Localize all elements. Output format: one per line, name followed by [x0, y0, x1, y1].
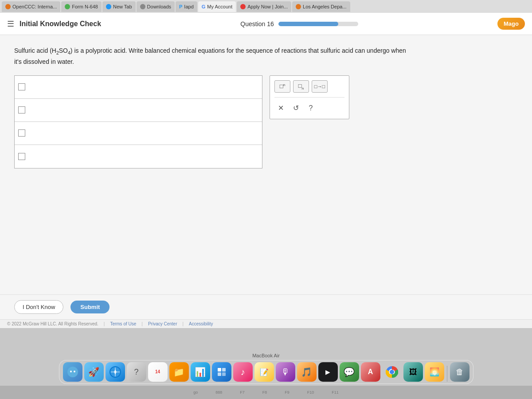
tab-iapd[interactable]: P Iapd: [176, 1, 197, 12]
macbook-label: MacBook Air: [252, 353, 280, 358]
tab-icon-newtab: [106, 4, 111, 9]
formula-text: (H2SO4): [50, 47, 72, 54]
row-input-1[interactable]: [28, 83, 258, 90]
question-text-suffix: is a polyprotic acid. Write balanced che…: [14, 47, 406, 65]
row-input-3[interactable]: [28, 129, 258, 137]
input-rows: [14, 75, 262, 168]
keyboard-row: go 888 F7 F8 F9 F10 F11: [0, 386, 532, 399]
tab-icon-openccc: [5, 4, 11, 9]
undo-btn[interactable]: ↺: [289, 102, 302, 114]
dock-app1[interactable]: 📊: [191, 362, 210, 382]
tab-icon-form: [65, 4, 70, 9]
key-f7: F7: [240, 390, 245, 395]
footer-sep-1: |: [104, 321, 105, 326]
menu-icon[interactable]: ☰: [7, 19, 14, 29]
row-icon-3: [18, 129, 25, 137]
arrow-icon: □→□: [314, 84, 325, 89]
dock-divider: [447, 366, 447, 382]
input-row-1: [15, 76, 262, 99]
key-f10: F10: [307, 390, 314, 395]
row-input-2[interactable]: [28, 106, 258, 113]
dock-launchpad[interactable]: 🚀: [84, 362, 104, 382]
tab-icon-applynow: [240, 4, 246, 9]
key-f8: F8: [262, 390, 267, 395]
tab-label-myaccount: My Account: [207, 4, 232, 9]
svg-rect-9: [218, 368, 221, 372]
footer-copyright: © 2022 McGraw Hill LLC. All Rights Reser…: [0, 319, 532, 328]
tab-label-newtab: New Tab: [113, 4, 132, 9]
toolbar-panel: □n □n □→□ ✕ ↺: [270, 75, 349, 119]
tab-applynow[interactable]: Apply Now | Join...: [237, 1, 291, 12]
toolbar-symbols: ✕ ↺ ?: [274, 102, 344, 114]
svg-point-3: [74, 371, 75, 372]
dock-photos[interactable]: 🌅: [425, 362, 444, 382]
svg-rect-11: [218, 372, 221, 376]
dock-finder[interactable]: [63, 362, 82, 382]
key-f9: F9: [285, 390, 289, 395]
input-row-2: [15, 99, 262, 122]
submit-button[interactable]: Submit: [70, 301, 110, 313]
dock-trash[interactable]: 🗑: [450, 362, 469, 382]
dock-appletv[interactable]: ▶: [318, 362, 338, 382]
row-icon-1: [18, 83, 25, 90]
dont-know-button[interactable]: I Don't Know: [14, 300, 63, 314]
copyright-text: © 2022 McGraw Hill LLC. All Rights Reser…: [7, 321, 98, 326]
dock-music[interactable]: ♪: [233, 362, 253, 382]
question-label: Question 16: [240, 20, 274, 27]
svg-rect-12: [222, 372, 226, 376]
dock-area: MacBook Air 🚀 ? 14 📁 📊 ♪ 📝 🎙 🎵 ▶: [0, 328, 532, 386]
dock-calendar[interactable]: 14: [148, 362, 168, 382]
privacy-link[interactable]: Privacy Center: [148, 321, 177, 326]
input-row-3: [15, 122, 262, 145]
question-area: Sulfuric acid (H2SO4) is a polyprotic ac…: [0, 35, 532, 294]
svg-point-15: [390, 370, 394, 374]
help-icon: ?: [309, 104, 313, 112]
tab-newtab[interactable]: New Tab: [102, 1, 136, 12]
footer-sep-3: |: [182, 321, 184, 326]
tab-icon-iapd: P: [179, 4, 182, 9]
mago-button[interactable]: Mago: [497, 18, 525, 30]
dock-notes[interactable]: 📝: [254, 362, 274, 382]
dock-preview[interactable]: 🖼: [403, 362, 423, 382]
subscript-btn[interactable]: □n: [293, 80, 309, 93]
page-content: ☰ Initial Knowledge Check Question 16 Ma…: [0, 13, 532, 328]
close-icon: ✕: [278, 104, 284, 112]
undo-icon: ↺: [293, 104, 299, 112]
dock-podcast[interactable]: 🎙: [276, 362, 295, 382]
tab-form[interactable]: Form N-648: [61, 1, 102, 12]
progress-bar-container: [278, 22, 358, 26]
dock-bar: 🚀 ? 14 📁 📊 ♪ 📝 🎙 🎵 ▶ 💬 A: [59, 360, 473, 384]
arrow-btn[interactable]: □→□: [312, 80, 328, 93]
dock-question[interactable]: ?: [127, 362, 146, 382]
tab-label-downloads: Downloads: [147, 4, 171, 9]
row-input-4[interactable]: [28, 153, 258, 160]
dock-media[interactable]: 🎵: [297, 362, 317, 382]
dock-app2[interactable]: [212, 362, 231, 382]
superscript-btn[interactable]: □n: [274, 80, 290, 93]
subscript-icon: □n: [298, 82, 304, 90]
accessibility-link[interactable]: Accessibility: [189, 321, 213, 326]
dock-files[interactable]: 📁: [169, 362, 189, 382]
dock-dict[interactable]: A: [361, 362, 380, 382]
tab-myaccount[interactable]: G My Account: [198, 1, 236, 12]
row-icon-4: [18, 153, 25, 160]
tab-label-openccc: OpenCCC: Interna...: [12, 4, 57, 9]
dock-messages[interactable]: 💬: [340, 362, 359, 382]
close-btn[interactable]: ✕: [274, 102, 287, 114]
key-f11: F11: [332, 390, 339, 395]
tab-la[interactable]: Los Angeles Depa...: [292, 1, 350, 12]
terms-link[interactable]: Terms of Use: [110, 321, 136, 326]
page-header: ☰ Initial Knowledge Check Question 16 Ma…: [0, 13, 532, 35]
dock-safari[interactable]: [106, 362, 125, 382]
footer-sep-2: |: [141, 321, 143, 326]
help-btn[interactable]: ?: [305, 102, 317, 114]
tab-icon-myaccount: G: [202, 4, 206, 9]
progress-bar-fill: [278, 22, 338, 26]
input-row-4: [15, 145, 262, 168]
tab-openccc[interactable]: OpenCCC: Interna...: [2, 1, 60, 12]
tab-label-form: Form N-648: [72, 4, 98, 9]
tab-downloads[interactable]: Downloads: [137, 1, 175, 12]
dock-chrome[interactable]: [382, 362, 402, 382]
bottom-bar: I Don't Know Submit: [0, 294, 532, 319]
svg-point-2: [70, 371, 72, 372]
